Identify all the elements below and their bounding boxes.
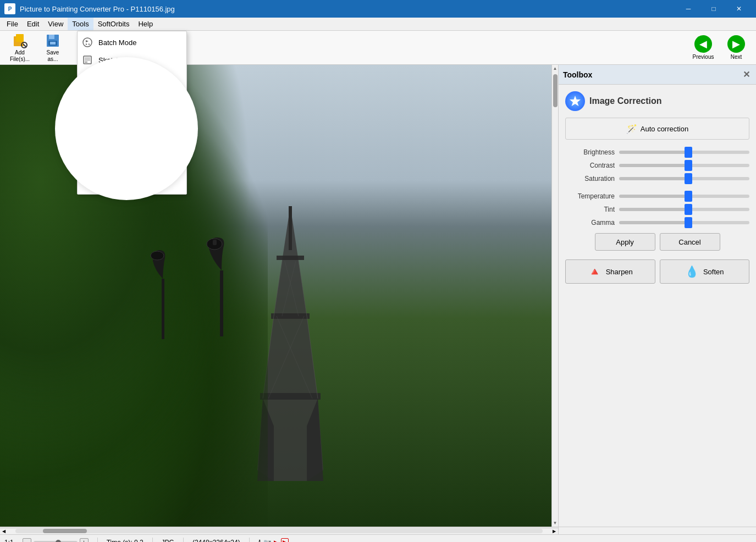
next-icon: ▶ (727, 35, 745, 53)
app-icon: P (4, 3, 15, 14)
menu-item-rotate[interactable]: Rotate (78, 104, 186, 121)
menu-item-watermarks[interactable]: A Watermarks (78, 157, 186, 174)
section-header: Image Correction (565, 91, 749, 111)
svg-marker-52 (570, 96, 581, 106)
menu-item-undo-brush[interactable]: Undo Brush (78, 121, 186, 139)
next-button[interactable]: ▶ Next (721, 34, 752, 62)
horizontal-scrollbar-container: ◀ ▶ (0, 527, 756, 534)
crop-menu-label: Crop (98, 91, 114, 99)
scroll-thumb[interactable] (43, 529, 87, 533)
tint-label: Tint (565, 206, 615, 213)
svg-marker-44 (83, 143, 92, 152)
contrast-slider[interactable] (619, 164, 749, 167)
watermarks-menu-icon: A (82, 160, 93, 171)
image-correction-menu-icon (82, 142, 93, 153)
menu-item-crop[interactable]: Crop (78, 86, 186, 104)
h-scrollbar[interactable]: ◀ ▶ (0, 528, 558, 534)
temperature-slider[interactable] (619, 195, 749, 198)
toolbox-panel: Toolbox ✕ Image Correction 🪄 Auto correc… (558, 65, 756, 527)
save-as-button[interactable]: Saveas... (37, 34, 68, 62)
soften-icon: 💧 (685, 265, 699, 278)
menu-view[interactable]: View (43, 18, 68, 30)
status-bar: 1:1 − + Time (s): 0.2 JPG (2448x3264x24)… (0, 534, 756, 542)
contrast-thumb[interactable] (685, 160, 692, 171)
stop-menu-icon (82, 72, 93, 83)
nav-buttons: ◀ Previous ▶ Next (688, 34, 752, 62)
rotate-menu-icon (82, 107, 93, 118)
svg-point-49 (85, 180, 87, 182)
add-files-button[interactable]: AddFile(s)... (4, 34, 35, 62)
scroll-right-arrow[interactable]: ▶ (550, 528, 558, 534)
add-files-label: AddFile(s)... (10, 49, 30, 63)
scroll-left-arrow[interactable]: ◀ (0, 528, 8, 534)
menu-softorbits[interactable]: SoftOrbits (93, 18, 134, 30)
gamma-thumb[interactable] (685, 217, 692, 228)
maximize-button[interactable]: □ (701, 0, 726, 18)
contrast-row: Contrast (565, 162, 749, 169)
toolbox-close-button[interactable]: ✕ (741, 69, 752, 80)
contrast-label: Contrast (565, 162, 615, 169)
zoom-out-button[interactable]: − (23, 538, 31, 543)
section-icon (565, 91, 585, 111)
sharpen-icon: 🔺 (588, 265, 602, 278)
image-area[interactable]: ▲ ▼ (0, 65, 558, 527)
brightness-row: Brightness (565, 148, 749, 156)
tools-dropdown: Batch Mode Sketch (77, 65, 187, 195)
gamma-slider[interactable] (619, 221, 749, 224)
zoom-in-button[interactable]: + (80, 538, 89, 543)
social-icon[interactable]: ▶ (281, 538, 289, 542)
toolbox-content: Image Correction 🪄 Auto correction Brigh… (559, 85, 756, 527)
camera-icon[interactable]: 📷 (263, 539, 272, 543)
zoom-thumb[interactable] (56, 540, 61, 543)
previous-button[interactable]: ◀ Previous (688, 34, 719, 62)
close-button[interactable]: ✕ (726, 0, 752, 18)
gamma-row: Gamma (565, 219, 749, 226)
stop-menu-label: Stop (98, 74, 113, 82)
menu-bar: File Edit View Tools SoftOrbits Help (0, 18, 756, 31)
svg-rect-27 (220, 270, 223, 336)
zoom-control: − + (23, 538, 89, 543)
saturation-slider[interactable] (619, 177, 749, 180)
menu-help[interactable]: Help (134, 18, 157, 30)
play-icon[interactable]: ▶ (274, 539, 279, 543)
format-section: JPG (162, 539, 174, 543)
svg-point-51 (85, 184, 87, 186)
saturation-label: Saturation (565, 175, 615, 182)
sliders-container: Brightness Contrast Saturation (565, 148, 749, 226)
menu-item-sketch[interactable]: Sketch (78, 65, 186, 69)
svg-marker-43 (84, 126, 87, 129)
brightness-thumb[interactable] (685, 147, 692, 158)
tint-thumb[interactable] (685, 204, 692, 215)
brightness-label: Brightness (565, 148, 615, 156)
tint-slider[interactable] (619, 208, 749, 211)
menu-file[interactable]: File (2, 18, 23, 30)
saturation-thumb[interactable] (685, 173, 692, 184)
main-content: ▲ ▼ (0, 65, 756, 527)
cancel-button[interactable]: Cancel (660, 233, 720, 251)
title-bar: P Picture to Painting Converter Pro - P1… (0, 0, 756, 18)
soften-button[interactable]: 💧 Soften (660, 259, 750, 284)
image-scrollbar: ◀ ▶ (0, 527, 558, 534)
saturation-row: Saturation (565, 175, 749, 182)
menu-item-options[interactable]: Options (78, 174, 186, 192)
vertical-scrollbar[interactable]: ▲ ▼ (551, 65, 558, 527)
save-as-label: Saveas... (47, 49, 59, 63)
svg-rect-1 (16, 34, 24, 42)
brightness-slider[interactable] (619, 151, 749, 154)
auto-correction-button[interactable]: 🪄 Auto correction (565, 118, 749, 140)
sharpen-button[interactable]: 🔺 Sharpen (565, 259, 655, 284)
sketch-menu-icon (82, 65, 93, 65)
minimize-button[interactable]: ─ (676, 0, 701, 18)
dimensions-section: (2448x3264x24) (192, 539, 240, 543)
menu-item-stop: Stop (78, 69, 186, 86)
temperature-thumb[interactable] (685, 191, 692, 202)
window-title: Picture to Painting Converter Pro - P111… (20, 5, 676, 13)
menu-item-image-correction[interactable]: Image Correction (78, 139, 186, 157)
svg-rect-15 (271, 313, 310, 319)
menu-tools[interactable]: Tools (68, 18, 93, 30)
apply-button[interactable]: Apply (595, 233, 655, 251)
menu-edit[interactable]: Edit (23, 18, 43, 30)
info-icon[interactable]: ℹ (258, 539, 261, 543)
svg-point-50 (88, 182, 90, 184)
scroll-track[interactable] (15, 529, 543, 533)
